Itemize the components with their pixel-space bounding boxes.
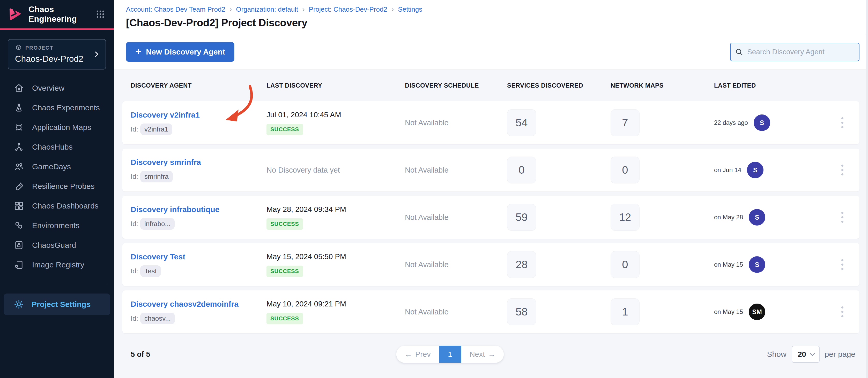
agent-id-chip: smrinfra [140, 171, 173, 182]
row-menu-button[interactable] [839, 256, 860, 273]
page-header: Account: Chaos Dev Team Prod2›Organizati… [114, 0, 868, 34]
agent-name-link[interactable]: Discovery Test [131, 252, 267, 261]
column-header: NETWORK MAPS [611, 82, 714, 89]
toolbar: + New Discovery Agent [114, 34, 868, 70]
last-edited-date: on May 28 [714, 214, 743, 221]
probe-icon [13, 181, 24, 192]
per-page-label: per page [825, 350, 855, 358]
project-selector[interactable]: PROJECT Chaos-Dev-Prod2 [8, 39, 106, 69]
new-discovery-agent-button[interactable]: + New Discovery Agent [126, 42, 235, 62]
page-count: 5 of 5 [131, 350, 150, 358]
status-badge: SUCCESS [267, 313, 303, 324]
hexagons-icon [13, 220, 24, 231]
network-maps-count: 0 [611, 157, 640, 183]
module-grid-icon[interactable] [95, 8, 106, 20]
prev-page-button[interactable]: ← Prev [396, 346, 439, 363]
last-discovery-date: Jul 01, 2024 10:45 AM [267, 111, 405, 119]
plus-icon: + [135, 46, 141, 57]
discovery-schedule: Not Available [405, 261, 507, 269]
network-maps-count: 7 [611, 109, 640, 136]
no-discovery-text: No Discovery data yet [267, 166, 405, 174]
sidebar-item-chaos-experiments[interactable]: Chaos Experiments [0, 98, 114, 117]
services-discovered-count: 54 [507, 109, 536, 136]
avatar[interactable]: S [749, 209, 765, 226]
page-size-value: 20 [798, 350, 806, 358]
row-menu-button[interactable] [839, 162, 860, 178]
row-menu-button[interactable] [839, 115, 860, 131]
discovery-schedule: Not Available [405, 308, 507, 316]
sidebar-item-label: ChaosGuard [32, 241, 76, 250]
breadcrumb-link[interactable]: Project: Chaos-Dev-Prod2 [309, 5, 387, 13]
chevron-down-icon [810, 351, 815, 356]
sidebar-item-gamedays[interactable]: GameDays [0, 157, 114, 176]
agent-id-chip: chaosv... [140, 313, 175, 324]
column-header: DISCOVERY AGENT [131, 82, 267, 89]
pager: ← Prev 1 Next → [396, 346, 504, 363]
sidebar-item-label: Resilience Probes [32, 182, 95, 191]
page-size-select[interactable]: 20 [792, 346, 819, 363]
table-body: Discovery v2infra1 Id: v2infra1 Jul 01, … [122, 101, 860, 333]
agent-id-label: Id: [131, 125, 138, 133]
pagination: 5 of 5 ← Prev 1 Next → Show 20 per page [122, 346, 860, 363]
chevron-right-icon[interactable] [93, 50, 100, 58]
sidebar-nav: Overview Chaos Experiments Application M… [0, 78, 114, 275]
sidebar-item-label: ChaosHubs [32, 143, 73, 151]
status-badge: SUCCESS [267, 218, 303, 230]
breadcrumb-link[interactable]: Account: Chaos Dev Team Prod2 [126, 5, 225, 13]
breadcrumb-link[interactable]: Settings [398, 5, 422, 13]
sidebar-item-chaosguard[interactable]: ChaosGuard [0, 235, 114, 255]
column-header: LAST DISCOVERY [267, 82, 405, 89]
table-header-row: DISCOVERY AGENT LAST DISCOVERY DISCOVERY… [122, 82, 860, 90]
agent-name-link[interactable]: Discovery smrinfra [131, 158, 267, 167]
avatar[interactable]: S [749, 256, 765, 273]
agent-id-chip: Test [140, 265, 161, 277]
row-menu-button[interactable] [839, 209, 860, 225]
services-discovered-count: 0 [507, 157, 536, 183]
home-icon [13, 83, 24, 94]
last-edited-date: on Jun 14 [714, 166, 741, 174]
sidebar-item-label: Image Registry [32, 261, 84, 269]
gear-icon [13, 299, 24, 310]
discovery-agents-table: DISCOVERY AGENT LAST DISCOVERY DISCOVERY… [114, 70, 868, 363]
status-badge: SUCCESS [267, 266, 303, 277]
sidebar-item-label: GameDays [32, 162, 71, 171]
scrollbar-track[interactable] [866, 0, 868, 378]
sidebar-item-label: Chaos Dashboards [32, 202, 99, 210]
agent-name-link[interactable]: Discovery v2infra1 [131, 111, 267, 119]
column-header: LAST EDITED [714, 82, 839, 89]
brand-row: Chaos Engineering [0, 0, 114, 28]
arrow-left-icon: ← [405, 350, 412, 358]
harness-logo-icon [8, 7, 22, 22]
sidebar-item-label: Application Maps [32, 123, 91, 132]
sidebar-item-chaoshubs[interactable]: ChaosHubs [0, 137, 114, 157]
agent-id-label: Id: [131, 314, 138, 322]
network-maps-count: 1 [611, 299, 640, 325]
people-icon [13, 161, 24, 172]
next-page-button[interactable]: Next → [461, 346, 504, 363]
table-row: Discovery chaosv2demoinfra Id: chaosv...… [122, 290, 860, 333]
sidebar-item-resilience-probes[interactable]: Resilience Probes [0, 176, 114, 196]
search-box [730, 43, 860, 61]
sidebar-item-environments[interactable]: Environments [0, 216, 114, 235]
dashboard-icon [13, 201, 24, 211]
avatar[interactable]: SM [749, 304, 765, 320]
agent-name-link[interactable]: Discovery chaosv2demoinfra [131, 300, 267, 309]
sidebar-item-overview[interactable]: Overview [0, 78, 114, 98]
hub-icon [13, 142, 24, 152]
page-number-button[interactable]: 1 [439, 346, 461, 363]
cube-icon [15, 44, 22, 51]
discovery-schedule: Not Available [405, 118, 507, 127]
breadcrumb-link[interactable]: Organization: default [236, 5, 298, 13]
agent-name-link[interactable]: Discovery infraboutique [131, 205, 267, 214]
avatar[interactable]: S [754, 114, 770, 131]
search-input[interactable] [730, 43, 860, 61]
row-menu-button[interactable] [839, 304, 860, 320]
last-discovery-date: May 10, 2024 09:21 PM [267, 300, 405, 308]
sidebar-item-chaos-dashboards[interactable]: Chaos Dashboards [0, 196, 114, 216]
avatar[interactable]: S [747, 162, 764, 178]
registry-icon [13, 260, 24, 270]
sidebar-item-project-settings[interactable]: Project Settings [4, 294, 110, 315]
sidebar-item-application-maps[interactable]: Application Maps [0, 117, 114, 137]
sidebar-item-image-registry[interactable]: Image Registry [0, 255, 114, 275]
agent-id-chip: infrabo... [140, 218, 175, 230]
